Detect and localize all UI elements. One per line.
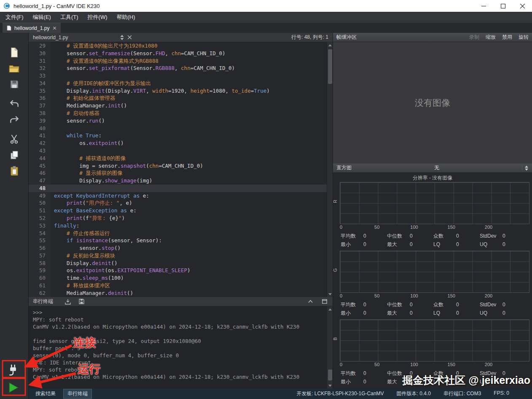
code-line[interactable]: 43: [29, 147, 333, 155]
collapse-panel-icon[interactable]: [306, 298, 314, 305]
framebuffer-button-旋转[interactable]: 旋转: [519, 34, 529, 41]
minimize-button[interactable]: [474, 0, 493, 12]
undo-button[interactable]: [5, 96, 23, 111]
code-text: if isinstance(sensor, Sensor):: [51, 237, 162, 244]
stat-label: 最大: [387, 240, 410, 249]
code-line[interactable]: 41 while True:: [29, 132, 333, 139]
terminal-scroll-up-icon[interactable]: [327, 306, 333, 312]
menu-item[interactable]: 编辑(E): [28, 12, 56, 23]
stat-label: 最大: [387, 378, 410, 386]
terminal-scroll-thumb[interactable]: [328, 370, 332, 380]
terminal-scrollbar[interactable]: [327, 306, 333, 388]
code-line[interactable]: 61 # 释放媒体缓冲区: [29, 282, 333, 289]
serial-terminal[interactable]: >>>MPY: soft rebootCanMV v1.2.2(based on…: [29, 306, 333, 388]
code-line[interactable]: 34 # 使用IDE的帧缓冲区作为显示输出: [29, 80, 333, 87]
code-line[interactable]: 47 Display.show_image(img): [29, 177, 333, 185]
right-panel: 帧缓冲区 录制缩放禁用旋转 没有图像 直方图 无: [333, 33, 532, 388]
code-line[interactable]: 53finally:: [29, 222, 333, 230]
histogram-mode-spinner[interactable]: [522, 166, 529, 171]
code-line[interactable]: 42 os.exitpoint(): [29, 139, 333, 147]
menu-item[interactable]: 控件(W): [83, 12, 112, 23]
code-line[interactable]: 60 time.sleep_ms(100): [29, 274, 333, 282]
code-line[interactable]: 55 if isinstance(sensor, Sensor):: [29, 237, 333, 244]
code-line[interactable]: 29 # 设置通道0的输出尺寸为1920x1080: [29, 42, 333, 50]
stat-label: 最小: [341, 240, 363, 249]
editor-scrollbar[interactable]: [327, 42, 333, 297]
menu-item[interactable]: 帮助(H): [112, 12, 140, 23]
code-line[interactable]: 44 # 捕获通道0的图像: [29, 155, 333, 162]
code-line[interactable]: 39 sensor.run(): [29, 117, 333, 125]
line-number: 49: [29, 192, 51, 200]
code-line[interactable]: 40: [29, 125, 333, 132]
code-line[interactable]: 33: [29, 72, 333, 80]
save-button[interactable]: [5, 77, 23, 92]
window-title: helloworld_1.py - CanMV IDE K230: [13, 3, 100, 9]
code-line[interactable]: 50 print("用户停止: ", e): [29, 199, 333, 207]
stat-value: 0: [363, 232, 366, 240]
terminal-line: CanMV v1.2.2(based on Micropython e00a14…: [33, 373, 333, 380]
terminal-scroll-down-icon[interactable]: [327, 383, 333, 388]
code-line[interactable]: 48: [29, 185, 333, 192]
code-line[interactable]: 51except BaseException as e:: [29, 207, 333, 214]
tab-close-icon[interactable]: ✕: [52, 25, 56, 31]
histogram-plot-area: [340, 182, 529, 224]
document-close-icon[interactable]: [126, 34, 133, 41]
run-button[interactable]: [4, 380, 22, 395]
export-log-icon[interactable]: [64, 298, 72, 305]
code-line[interactable]: 32 sensor.set_pixformat(Sensor.RGB888, c…: [29, 64, 333, 72]
line-number: 44: [29, 155, 51, 162]
redo-button[interactable]: [5, 112, 23, 127]
code-line[interactable]: 46 # 显示捕获的图像: [29, 169, 333, 177]
updown-icon[interactable]: [118, 34, 126, 41]
editor-scroll-thumb[interactable]: [328, 49, 332, 84]
code-editor[interactable]: 29 # 设置通道0的输出尺寸为1920x108030 sensor.set_f…: [29, 42, 333, 297]
terminal-line: CanMV v1.2.2(based on Micropython e00a14…: [33, 323, 333, 330]
maximize-button[interactable]: [493, 0, 513, 12]
spinner-up-icon[interactable]: [525, 166, 528, 168]
code-line[interactable]: 57 # 反初始化显示模块: [29, 252, 333, 260]
code-line[interactable]: 52 print(f"异常: {e}"): [29, 214, 333, 222]
menu-item[interactable]: 工具(T): [56, 12, 83, 23]
terminal-line: find sensor gc2093_csi2, type 24, output…: [33, 337, 333, 345]
spinner-down-icon[interactable]: [525, 169, 528, 171]
code-line[interactable]: 49except KeyboardInterrupt as e:: [29, 192, 333, 200]
code-line[interactable]: 45 img = sensor.snapshot(chn=CAM_CHN_ID_…: [29, 162, 333, 170]
menu-item[interactable]: 文件(F): [1, 12, 28, 23]
histogram-mode-value: 无: [434, 164, 439, 171]
scroll-up-icon[interactable]: [327, 42, 333, 48]
framebuffer-button-禁用[interactable]: 禁用: [502, 34, 512, 41]
code-line[interactable]: 58 Display.deinit(): [29, 260, 333, 267]
code-line[interactable]: 38 # 启动传感器: [29, 110, 333, 117]
stat-value: 0: [456, 232, 459, 240]
stat-value: 0: [363, 240, 366, 249]
scroll-down-icon[interactable]: [327, 291, 333, 297]
save-log-icon[interactable]: [78, 298, 85, 305]
connect-button[interactable]: [4, 362, 22, 378]
paste-button[interactable]: [5, 163, 23, 179]
stat-value: 0: [502, 369, 505, 378]
code-line[interactable]: 36 # 初始化媒体管理器: [29, 94, 333, 102]
status-tab-搜索结果[interactable]: 搜索结果: [31, 389, 60, 399]
code-text: sensor.set_framesize(Sensor.FHD, chn=CAM…: [51, 50, 225, 57]
stat-value: 0: [502, 232, 505, 240]
code-line[interactable]: 59 os.exitpoint(os.EXITPOINT_ENABLE_SLEE…: [29, 267, 333, 274]
framebuffer-button-缩放[interactable]: 缩放: [486, 34, 496, 41]
histogram-mode-select[interactable]: 无: [352, 164, 522, 171]
tab-helloworld[interactable]: helloworld_1.py ✕: [3, 23, 61, 33]
code-line[interactable]: 30 sensor.set_framesize(Sensor.FHD, chn=…: [29, 50, 333, 57]
copy-button[interactable]: [5, 147, 23, 163]
code-line[interactable]: 54 # 停止传感器运行: [29, 230, 333, 237]
close-button[interactable]: [513, 0, 532, 12]
cut-button[interactable]: [5, 131, 23, 147]
code-line[interactable]: 31 # 设置通道0的输出像素格式为RGB888: [29, 57, 333, 65]
new-file-button[interactable]: [5, 45, 23, 60]
detach-panel-icon[interactable]: [321, 298, 328, 305]
status-tab-串行终端[interactable]: 串行终端: [63, 389, 92, 399]
code-line[interactable]: 37 MediaManager.init(): [29, 102, 333, 110]
open-file-button[interactable]: [5, 61, 23, 76]
code-line[interactable]: 56 sensor.stop(): [29, 244, 333, 252]
code-line[interactable]: 62 MediaManager.deinit(): [29, 289, 333, 297]
stat-cell: LQ0: [433, 378, 480, 386]
code-line[interactable]: 35 Display.init(Display.VIRT, width=1920…: [29, 87, 333, 95]
document-selector[interactable]: helloworld_1.py: [33, 34, 133, 41]
